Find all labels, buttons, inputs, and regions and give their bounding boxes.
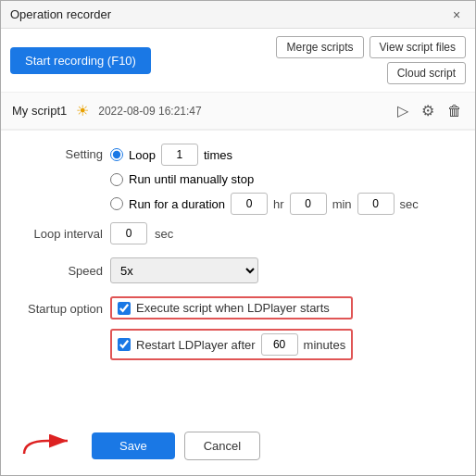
script-delete-button[interactable]: 🗑 <box>445 101 464 121</box>
title-bar: Operation recorder × <box>1 1 475 29</box>
loop-radio[interactable] <box>110 148 123 161</box>
execute-checkbox-row: Execute script when LDPlayer starts <box>110 296 353 319</box>
loop-interval-row: Loop interval sec <box>19 222 457 244</box>
restart-label: Restart LDPlayer after <box>136 338 256 352</box>
startup-option-label: Startup option <box>19 296 103 316</box>
close-button[interactable]: × <box>447 6 466 24</box>
run-duration-label: Run for a duration <box>129 197 225 211</box>
execute-label: Execute script when LDPlayer starts <box>136 301 330 315</box>
startup-checkboxes: Execute script when LDPlayer starts Rest… <box>110 296 353 360</box>
sec-input[interactable] <box>357 193 395 215</box>
toolbar-top-row: Merge scripts View script files <box>276 36 466 58</box>
run-until-radio-row: Run until manually stop <box>110 172 419 186</box>
loop-interval-unit: sec <box>155 227 173 241</box>
script-name: My script1 <box>12 104 67 118</box>
merge-scripts-button[interactable]: Merge scripts <box>276 36 363 58</box>
radio-group: Loop times Run until manually stop Run f… <box>110 144 419 215</box>
setting-section: Setting Loop times Run until manually st… <box>19 144 457 215</box>
loop-radio-row: Loop times <box>110 144 419 166</box>
window-title: Operation recorder <box>10 7 111 21</box>
cancel-button[interactable]: Cancel <box>184 432 260 460</box>
setting-label: Setting <box>19 144 103 161</box>
script-settings-button[interactable]: ⚙ <box>420 100 436 121</box>
loop-interval-input[interactable] <box>110 222 147 244</box>
restart-checkbox[interactable] <box>118 338 131 351</box>
sec-label: sec <box>400 197 419 211</box>
play-button[interactable]: ▷ <box>395 100 410 121</box>
restart-checkbox-row: Restart LDPlayer after minutes <box>110 329 353 360</box>
toolbar-right: Merge scripts View script files Cloud sc… <box>276 36 466 84</box>
footer: Save Cancel <box>1 422 475 475</box>
cloud-script-button[interactable]: Cloud script <box>387 62 466 84</box>
times-label: times <box>204 148 232 162</box>
loop-interval-label: Loop interval <box>19 227 103 241</box>
start-recording-button[interactable]: Start recording (F10) <box>10 47 151 74</box>
startup-row: Startup option Execute script when LDPla… <box>19 296 457 360</box>
restart-minutes-input[interactable] <box>261 333 298 356</box>
toolbar-bottom-row: Cloud script <box>276 62 466 84</box>
loop-count-input[interactable] <box>161 144 198 166</box>
toolbar: Start recording (F10) Merge scripts View… <box>1 29 475 93</box>
hr-label: hr <box>273 197 284 211</box>
speed-label: Speed <box>19 264 103 278</box>
min-input[interactable] <box>290 193 327 215</box>
main-window: Operation recorder × Start recording (F1… <box>0 0 476 476</box>
red-arrow-icon <box>19 433 75 459</box>
execute-checkbox[interactable] <box>118 302 131 315</box>
speed-select[interactable]: 5x 1x 2x 3x 4x 6x 7x 8x <box>110 257 258 283</box>
hr-input[interactable] <box>231 193 268 215</box>
run-duration-radio[interactable] <box>110 197 123 210</box>
run-until-radio[interactable] <box>110 173 123 186</box>
speed-row: Speed 5x 1x 2x 3x 4x 6x 7x 8x <box>19 257 457 283</box>
content-area: Setting Loop times Run until manually st… <box>1 131 475 422</box>
run-until-label: Run until manually stop <box>129 172 254 186</box>
script-timestamp: 2022-08-09 16:21:47 <box>98 105 201 118</box>
script-row: My script1 ☀ 2022-08-09 16:21:47 ▷ ⚙ 🗑 <box>1 93 475 130</box>
view-script-files-button[interactable]: View script files <box>370 36 466 58</box>
loop-label: Loop <box>129 148 156 162</box>
script-sun-icon: ☀ <box>76 102 89 119</box>
script-actions: ▷ ⚙ 🗑 <box>395 100 464 121</box>
run-duration-radio-row: Run for a duration hr min sec <box>110 193 419 215</box>
save-button[interactable]: Save <box>92 432 175 459</box>
min-label: min <box>332 197 352 211</box>
minutes-label: minutes <box>304 338 346 352</box>
